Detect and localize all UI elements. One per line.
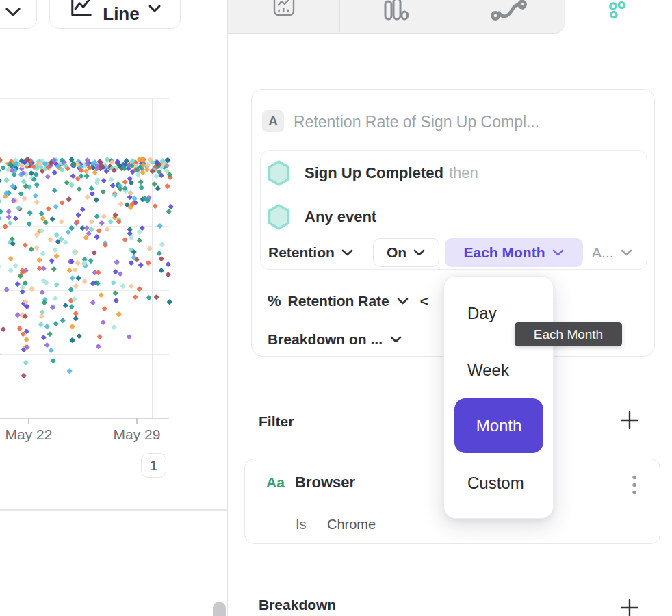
string-property-icon: Aa bbox=[266, 474, 285, 491]
retention-controls-row: Retention On Each Month bbox=[261, 238, 647, 268]
chevron-down-icon bbox=[148, 4, 161, 13]
add-filter-button[interactable] bbox=[620, 411, 639, 430]
scatter-dot bbox=[52, 170, 57, 175]
tab-flow-chart[interactable] bbox=[452, 0, 565, 32]
interval-option-day[interactable]: Day bbox=[467, 304, 497, 323]
scatter-dot bbox=[166, 272, 171, 277]
scatter-dot bbox=[159, 255, 164, 261]
scatter-dot bbox=[17, 325, 23, 331]
interval-menu: DayWeekMonthCustom bbox=[443, 276, 554, 519]
scatter-dot bbox=[101, 213, 107, 218]
scatter-dot bbox=[54, 232, 60, 238]
on-label: On bbox=[387, 244, 406, 261]
scatter-dot bbox=[154, 294, 159, 300]
scatter-dot bbox=[138, 179, 144, 185]
filter-value[interactable]: Chrome bbox=[327, 517, 376, 532]
scatter-dot bbox=[52, 188, 57, 193]
scatter-dot bbox=[38, 322, 44, 327]
scatter-dot bbox=[68, 287, 73, 292]
scatter-dot bbox=[157, 223, 163, 229]
scatter-dot bbox=[103, 168, 109, 174]
scatter-dot bbox=[48, 237, 53, 242]
scatter-dot bbox=[96, 344, 101, 349]
interval-option-custom[interactable]: Custom bbox=[467, 474, 524, 493]
line-chart-icon bbox=[68, 0, 94, 18]
tab-scatter-active[interactable] bbox=[606, 0, 628, 23]
scatter-dot bbox=[51, 266, 57, 272]
scatter-dot bbox=[73, 316, 79, 321]
scatter-dot bbox=[13, 263, 18, 268]
event-row-any-event[interactable]: Any event bbox=[261, 203, 647, 231]
scatter-dot bbox=[112, 324, 117, 330]
insights-chart-icon bbox=[268, 0, 300, 19]
scatter-dot bbox=[4, 177, 10, 183]
retention-chart: May 22 May 29 1 bbox=[0, 0, 227, 520]
kebab-menu-icon[interactable] bbox=[630, 474, 638, 496]
scatter-dot bbox=[0, 209, 3, 214]
scatter-dot bbox=[153, 203, 158, 209]
scatter-dot bbox=[24, 337, 29, 342]
actor-label: A... bbox=[592, 244, 614, 261]
filter-operator[interactable]: Is bbox=[296, 517, 307, 532]
event-row-sign-up-completed[interactable]: Sign Up Completed then bbox=[261, 159, 647, 188]
filter-section-title: Filter bbox=[259, 413, 294, 430]
filter-property-name[interactable]: Browser bbox=[295, 474, 355, 491]
scatter-dot bbox=[34, 199, 40, 205]
scatter-dot bbox=[54, 282, 60, 287]
scatter-dot bbox=[82, 278, 88, 283]
scatter-dot bbox=[73, 267, 78, 272]
retention-type-dropdown[interactable]: Retention bbox=[268, 238, 354, 267]
collapsed-dropdown-button[interactable] bbox=[0, 0, 37, 29]
x-axis bbox=[0, 418, 169, 419]
on-dropdown[interactable]: On bbox=[373, 238, 439, 267]
scatter-dot bbox=[101, 320, 106, 325]
measure-dropdown[interactable]: % Retention Rate < bbox=[268, 291, 428, 311]
actor-dropdown[interactable]: A... bbox=[592, 238, 633, 267]
scatter-dot bbox=[47, 331, 52, 337]
breakdown-on-dropdown[interactable]: Breakdown on ... bbox=[268, 329, 402, 350]
tab-insights-chart[interactable] bbox=[228, 0, 340, 32]
scatter-dot bbox=[146, 260, 151, 266]
scatter-dot bbox=[110, 183, 116, 188]
scatter-dot bbox=[66, 196, 72, 201]
interval-option-month[interactable]: Month bbox=[454, 398, 543, 453]
scatter-dot bbox=[21, 196, 27, 201]
tab-bar-chart[interactable] bbox=[340, 0, 452, 32]
scatter-dot bbox=[70, 324, 75, 329]
flow-chart-icon bbox=[486, 0, 531, 21]
interval-dropdown[interactable]: Each Month bbox=[445, 238, 583, 267]
chevron-down-icon bbox=[5, 7, 21, 17]
chevron-down-icon bbox=[396, 297, 409, 305]
scatter-dot bbox=[76, 212, 81, 218]
scatter-dot bbox=[75, 260, 81, 266]
scatter-dot bbox=[105, 227, 110, 232]
scatter-dot bbox=[34, 245, 40, 251]
scatter-dot bbox=[45, 174, 51, 179]
event-name: Any event bbox=[305, 208, 376, 226]
scatter-dot bbox=[59, 219, 64, 224]
scatter-dot bbox=[122, 179, 128, 185]
scatter-dot bbox=[90, 191, 95, 196]
scatter-dot bbox=[114, 298, 119, 303]
query-title-input[interactable]: Retention Rate of Sign Up Compl... bbox=[294, 113, 539, 131]
scatter-dot bbox=[89, 218, 94, 224]
scatter-dot bbox=[65, 229, 70, 234]
scatter-dot bbox=[60, 318, 66, 323]
scatter-dot bbox=[59, 200, 64, 205]
scatter-dot bbox=[108, 219, 114, 224]
events-group: Sign Up Completed then Any event Retenti… bbox=[260, 150, 647, 270]
scrollbar-thumb[interactable] bbox=[213, 602, 226, 616]
scatter-dot bbox=[101, 177, 107, 183]
interval-option-week[interactable]: Week bbox=[467, 361, 509, 380]
x-tick bbox=[136, 418, 138, 424]
add-breakdown-button[interactable] bbox=[620, 598, 639, 616]
chart-type-dropdown-button[interactable]: Line bbox=[49, 0, 181, 29]
scatter-dot bbox=[166, 261, 171, 267]
event-hexagon-icon bbox=[268, 204, 290, 230]
scatter-dot bbox=[63, 240, 68, 245]
scatter-dot bbox=[23, 359, 29, 365]
gridline bbox=[0, 290, 169, 291]
interval-label: Each Month bbox=[464, 244, 545, 261]
pagination-page-1-button[interactable]: 1 bbox=[141, 453, 166, 478]
scatter-dot bbox=[8, 256, 14, 261]
